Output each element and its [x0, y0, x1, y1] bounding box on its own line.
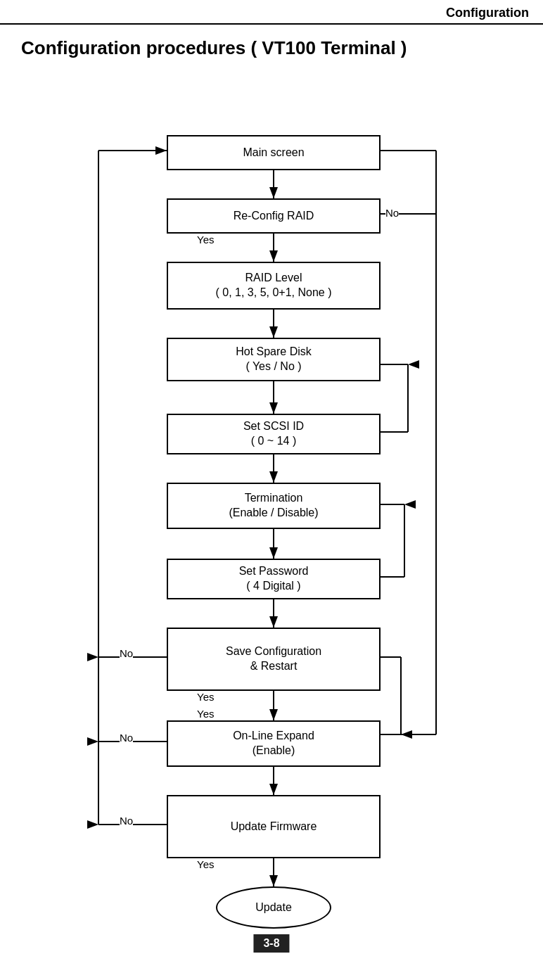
main-screen-box: Main screen [167, 135, 381, 170]
termination-box: Termination (Enable / Disable) [167, 483, 381, 529]
update-ellipse: Update [216, 886, 331, 929]
set-scsi-box: Set SCSI ID ( 0 ~ 14 ) [167, 414, 381, 454]
hot-spare-box: Hot Spare Disk ( Yes / No ) [167, 338, 381, 381]
page-title: Configuration procedures ( VT100 Termina… [0, 25, 543, 66]
no1-label: No [385, 207, 399, 219]
header-bar: Configuration [0, 0, 543, 25]
yes3-label: Yes [197, 708, 214, 720]
yes2-label: Yes [197, 691, 214, 703]
update-firmware-box: Update Firmware [167, 795, 381, 858]
save-config-box: Save Configuration & Restart [167, 628, 381, 691]
yes4-label: Yes [197, 858, 214, 870]
no2-label: No [120, 647, 133, 659]
header-title: Configuration [446, 6, 529, 20]
set-password-box: Set Password ( 4 Digital ) [167, 559, 381, 599]
yes1-label: Yes [197, 234, 214, 246]
page-number: 3-8 [253, 934, 289, 953]
no3-label: No [120, 732, 133, 744]
online-expand-box: On-Line Expand (Enable) [167, 720, 381, 767]
raid-level-box: RAID Level ( 0, 1, 3, 5, 0+1, None ) [167, 262, 381, 310]
diagram-container: Main screen Re-Config RAID RAID Level ( … [0, 66, 543, 960]
no4-label: No [120, 815, 133, 827]
reconfig-raid-box: Re-Config RAID [167, 198, 381, 234]
